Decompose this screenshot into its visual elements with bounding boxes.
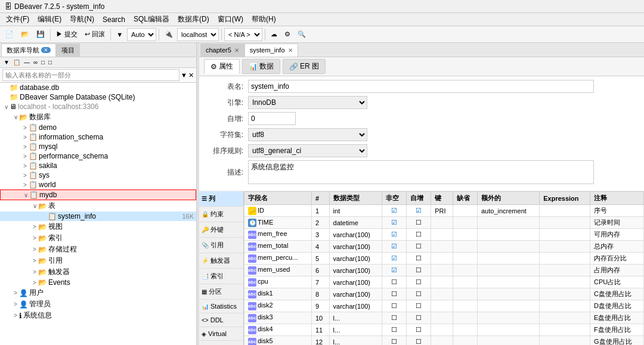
tree-arrow[interactable]: ∨: [12, 114, 19, 120]
table-row[interactable]: abcmem_free3varchar(100)☑☐可用内存: [244, 229, 644, 241]
toolbar-na-select[interactable]: < N/A >: [224, 28, 262, 41]
tree-item[interactable]: >📋performance_schema: [0, 151, 196, 161]
tree-item[interactable]: >📂视图: [0, 221, 196, 232]
tree-item[interactable]: 📁DBeaver Sample Database (SQLite): [0, 92, 196, 102]
tab-chapter5-close[interactable]: ✕: [234, 47, 239, 54]
side-nav-item-外键[interactable]: 🔑外键: [199, 222, 243, 238]
menu-help[interactable]: 帮助(H): [248, 13, 280, 26]
tree-item[interactable]: >📂触发器: [0, 266, 196, 278]
col-header[interactable]: 数据类型: [329, 192, 382, 205]
col-notnull[interactable]: ☑: [382, 265, 407, 276]
table-row[interactable]: abcdisk310l...☐☐E盘使用占比: [244, 312, 644, 324]
table-row[interactable]: abcdisk411l...☐☐F盘使用占比: [244, 324, 644, 336]
table-row[interactable]: abcmem_percu...5varchar(100)☑☐内存百分比: [244, 253, 644, 265]
side-nav-item-statistics[interactable]: 📊Statistics: [199, 300, 243, 313]
col-autoinc[interactable]: ☑: [407, 205, 431, 217]
col-autoinc[interactable]: ☐: [407, 300, 431, 312]
tree-item[interactable]: >📋sakila: [0, 161, 196, 170]
toolbar-open[interactable]: 📂: [18, 29, 32, 40]
col-notnull[interactable]: ☐: [382, 300, 407, 312]
tree-item[interactable]: >📂存储过程: [0, 244, 196, 255]
col-header[interactable]: 非空: [382, 192, 407, 205]
tree-item[interactable]: >📋sys: [0, 170, 196, 180]
menu-search[interactable]: Search: [99, 14, 129, 25]
left-toolbar-btn2[interactable]: 📋: [12, 58, 21, 66]
tree-item[interactable]: >📂Events: [0, 278, 196, 287]
col-autoinc[interactable]: ☐: [407, 265, 431, 276]
tree-item[interactable]: >📂索引: [0, 232, 196, 244]
col-notnull[interactable]: ☐: [382, 324, 407, 336]
tree-arrow[interactable]: ∨: [22, 192, 29, 198]
tree-item[interactable]: >📂引用: [0, 255, 196, 266]
sub-tab-data[interactable]: 📊 数据: [242, 59, 280, 74]
tree-item[interactable]: ∨📂数据库: [0, 111, 196, 123]
tree-arrow[interactable]: >: [31, 235, 38, 241]
col-header[interactable]: 自增: [407, 192, 431, 205]
table-row[interactable]: 🔑ID1int☑☑PRIauto_increment序号: [244, 205, 644, 217]
side-nav-item-索引[interactable]: 📑索引: [199, 269, 243, 284]
toolbar-search-btn[interactable]: 🔍: [295, 29, 309, 40]
tree-arrow[interactable]: >: [21, 163, 29, 169]
menu-window[interactable]: 窗口(W): [214, 13, 247, 26]
menu-nav[interactable]: 导航(N): [66, 13, 98, 26]
col-header[interactable]: 额外的: [477, 192, 539, 205]
tree-arrow[interactable]: >: [21, 182, 29, 188]
col-autoinc[interactable]: ☐: [407, 217, 431, 229]
menu-edit[interactable]: 编辑(E): [34, 13, 65, 26]
data-table-container[interactable]: 字段名#数据类型非空自增键缺省额外的Expression注释 🔑ID1int☑☑…: [244, 191, 644, 345]
side-nav-item-引用[interactable]: 📎引用: [199, 238, 243, 253]
toolbar-settings[interactable]: ⚙: [281, 29, 293, 40]
collation-select[interactable]: utf8_general_ci: [248, 144, 367, 157]
toolbar-rollback[interactable]: ↩ 回滚: [82, 28, 108, 41]
tab-system-info[interactable]: system_info ✕: [244, 43, 298, 57]
tree-item[interactable]: >📋demo: [0, 123, 196, 132]
toolbar-execute[interactable]: ▶ 提交: [53, 28, 80, 41]
engine-select[interactable]: InnoDB: [248, 96, 367, 109]
col-notnull[interactable]: ☐: [382, 276, 407, 288]
col-autoinc[interactable]: ☐: [407, 253, 431, 265]
col-autoinc[interactable]: ☐: [407, 229, 431, 241]
tree-item[interactable]: >ℹ系统信息: [0, 310, 196, 321]
tab-projects[interactable]: 项目: [56, 43, 80, 57]
tree-arrow[interactable]: >: [31, 246, 38, 253]
table-row[interactable]: abcdisk512l...☐☐G盘使用占比: [244, 336, 644, 346]
left-toolbar-btn5[interactable]: □: [40, 58, 46, 66]
col-header[interactable]: 键: [431, 192, 453, 205]
tree-item[interactable]: 📁database.db: [0, 83, 196, 92]
tree-item[interactable]: 📋system_info16K: [0, 212, 196, 221]
side-nav-item-触发器[interactable]: ⚡触发器: [199, 253, 243, 269]
col-notnull[interactable]: ☐: [382, 312, 407, 324]
side-nav-item-列[interactable]: ☰列: [199, 191, 243, 207]
col-notnull[interactable]: ☑: [382, 217, 407, 229]
table-row[interactable]: abccpu7varchar(100)☐☐CPU占比: [244, 276, 644, 288]
tree-item[interactable]: ∨📋mydb: [0, 189, 196, 200]
col-autoinc[interactable]: ☐: [407, 312, 431, 324]
col-autoinc[interactable]: ☐: [407, 288, 431, 300]
tab-system-info-close[interactable]: ✕: [288, 47, 293, 54]
col-notnull[interactable]: ☐: [382, 288, 407, 300]
tree-arrow[interactable]: >: [31, 279, 38, 286]
tab-db-navigator[interactable]: 数据库导航 ✕: [1, 43, 56, 57]
toolbar-new[interactable]: 📄: [2, 29, 17, 40]
tree-arrow[interactable]: >: [31, 257, 38, 264]
menu-file[interactable]: 文件(F): [2, 13, 33, 26]
tree-item[interactable]: >📋mysql: [0, 142, 196, 151]
tree-arrow[interactable]: ∨: [2, 104, 10, 110]
desc-textarea[interactable]: [248, 160, 594, 184]
table-row[interactable]: abcmem_total4varchar(100)☑☐总内存: [244, 241, 644, 253]
col-header[interactable]: 字段名: [244, 192, 312, 205]
search-input[interactable]: [2, 69, 179, 81]
toolbar-save[interactable]: 💾: [33, 29, 48, 40]
menu-sql[interactable]: SQL编辑器: [130, 13, 173, 26]
table-name-input[interactable]: [248, 80, 594, 93]
tab-chapter5[interactable]: chapter5 ✕: [200, 43, 244, 57]
tree-arrow[interactable]: >: [21, 172, 29, 179]
tree-arrow[interactable]: >: [21, 153, 29, 160]
table-row[interactable]: abcmem_used6varchar(100)☑☐占用内存: [244, 265, 644, 276]
tree-arrow[interactable]: >: [31, 223, 38, 230]
col-header[interactable]: 缺省: [453, 192, 477, 205]
col-notnull[interactable]: ☑: [382, 205, 407, 217]
tree-item[interactable]: ∨🖥localhost - localhost:3306: [0, 102, 196, 111]
side-nav-item-约束[interactable]: 🔒约束: [199, 207, 243, 222]
tree-item[interactable]: >👤管理员: [0, 299, 196, 310]
